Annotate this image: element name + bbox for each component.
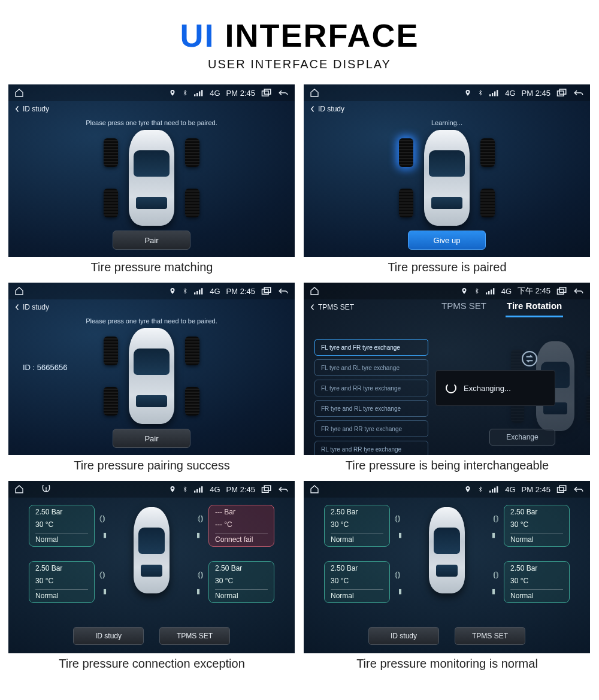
signal-icon (489, 486, 499, 493)
giveup-button[interactable]: Give up (408, 231, 486, 250)
home-icon[interactable] (14, 286, 24, 296)
bluetooth-icon (477, 89, 483, 97)
back-row[interactable]: ID study (8, 299, 295, 315)
signal-waves-icon: ⦅⦆ (395, 513, 401, 523)
bluetooth-icon (182, 287, 188, 295)
svg-rect-8 (494, 92, 495, 96)
network-label: 4G (501, 287, 512, 296)
status-bar: 4G 下午 2:45 (304, 283, 590, 299)
list-item[interactable]: FR tyre and RL tyre exchange (314, 400, 428, 417)
recents-icon[interactable] (261, 89, 272, 97)
location-icon (169, 287, 176, 295)
svg-rect-30 (201, 486, 202, 492)
battery-icon: ▮ (398, 587, 402, 595)
tire-rr[interactable] (480, 189, 495, 217)
svg-rect-28 (196, 489, 198, 493)
svg-point-24 (522, 351, 537, 366)
caption: Tire pressure pairing success (8, 455, 295, 474)
back-icon[interactable] (278, 287, 289, 295)
back-row[interactable]: ID study (304, 101, 590, 117)
list-item[interactable]: FR tyre and RR tyre exchange (314, 420, 428, 437)
home-icon[interactable] (14, 88, 24, 98)
list-item[interactable]: FL tyre and RR tyre exchange (314, 380, 428, 396)
spinner-icon (446, 383, 456, 393)
id-study-button[interactable]: ID study (73, 627, 144, 645)
page-title: UI INTERFACE (0, 17, 599, 54)
tire-fl[interactable] (104, 337, 118, 365)
svg-rect-20 (491, 290, 492, 295)
svg-rect-33 (489, 490, 491, 492)
tire-rr[interactable] (185, 387, 199, 416)
recents-icon[interactable] (261, 485, 272, 493)
svg-rect-9 (497, 90, 498, 96)
back-icon[interactable] (278, 485, 289, 493)
battery-icon: ▮ (492, 587, 495, 595)
svg-rect-37 (558, 487, 564, 492)
tire-rr[interactable] (185, 189, 199, 217)
car-graphic (134, 507, 170, 593)
tire-fr[interactable] (185, 138, 199, 167)
home-icon[interactable] (310, 88, 319, 98)
svg-rect-34 (492, 489, 493, 493)
signal-waves-icon: ⦅⦆ (198, 569, 204, 580)
id-study-button[interactable]: ID study (368, 627, 439, 645)
svg-rect-16 (262, 289, 269, 294)
tpms-set-button[interactable]: TPMS SET (159, 627, 230, 645)
car-graphic (129, 130, 174, 226)
home-icon[interactable] (14, 484, 24, 494)
svg-rect-5 (264, 89, 271, 94)
tpms-set-button[interactable]: TPMS SET (455, 627, 525, 645)
bluetooth-icon (474, 287, 480, 295)
svg-rect-15 (201, 288, 202, 294)
tire-fr (586, 350, 590, 377)
back-icon[interactable] (278, 89, 289, 97)
tire-rr (586, 395, 590, 423)
home-icon[interactable] (310, 286, 319, 296)
svg-rect-17 (264, 287, 271, 292)
back-icon[interactable] (573, 89, 584, 97)
tire-rl[interactable] (399, 189, 413, 217)
page-header: UI INTERFACE USER INTERFACE DISPLAY (0, 0, 599, 71)
svg-rect-12 (194, 292, 195, 294)
time-label: PM 2:45 (226, 287, 255, 296)
modal-text: Exchanging... (464, 384, 511, 393)
signal-waves-icon: ⦅⦆ (99, 513, 105, 523)
home-icon[interactable] (310, 484, 319, 494)
tire-fl[interactable] (104, 138, 118, 167)
tire-rl[interactable] (104, 189, 118, 217)
recents-icon[interactable] (556, 89, 567, 97)
instruction-text: Please press one tyre that need to be pa… (8, 317, 295, 325)
recents-icon[interactable] (556, 287, 567, 295)
tire-fr[interactable] (480, 138, 495, 167)
svg-rect-35 (494, 488, 495, 493)
svg-rect-23 (559, 287, 566, 292)
list-item[interactable]: RL tyre and RR tyre exchange (314, 441, 428, 455)
recents-icon[interactable] (556, 485, 567, 493)
svg-rect-21 (493, 288, 494, 294)
reading-fr: 2.50 Bar30 °CNormal (504, 505, 570, 547)
tire-rl[interactable] (104, 387, 118, 416)
sensor-id: ID : 5665656 (23, 363, 67, 372)
screen-rotation: 4G 下午 2:45 TPMS SET TPMS SET Tire Rotati… (304, 283, 590, 455)
svg-rect-1 (196, 93, 198, 96)
svg-rect-7 (492, 93, 493, 96)
caption: Tire pressure is paired (304, 257, 591, 275)
back-row[interactable]: TPMS SET TPMS SET Tire Rotation (304, 299, 590, 315)
screen-normal: 4G PM 2:45 2.50 Bar30 °CNormal 2.50 Bar3… (304, 481, 590, 653)
pair-button[interactable]: Pair (113, 429, 190, 448)
back-row[interactable]: ID study (8, 101, 295, 117)
exchange-button[interactable]: Exchange (489, 429, 555, 446)
exchange-list: FL tyre and FR tyre exchange FL tyre and… (314, 339, 428, 455)
back-icon[interactable] (573, 287, 584, 295)
list-item[interactable]: FL tyre and RL tyre exchange (314, 359, 428, 376)
battery-icon: ▮ (196, 587, 200, 595)
list-item[interactable]: FL tyre and FR tyre exchange (314, 339, 428, 356)
reading-fl: 2.50 Bar30 °CNormal (324, 505, 390, 547)
car-graphic (424, 130, 470, 226)
back-icon[interactable] (573, 485, 584, 493)
pair-button[interactable]: Pair (113, 231, 190, 250)
recents-icon[interactable] (261, 287, 272, 295)
network-label: 4G (505, 89, 515, 98)
tire-fr[interactable] (185, 337, 199, 365)
tire-fl[interactable] (399, 138, 413, 167)
